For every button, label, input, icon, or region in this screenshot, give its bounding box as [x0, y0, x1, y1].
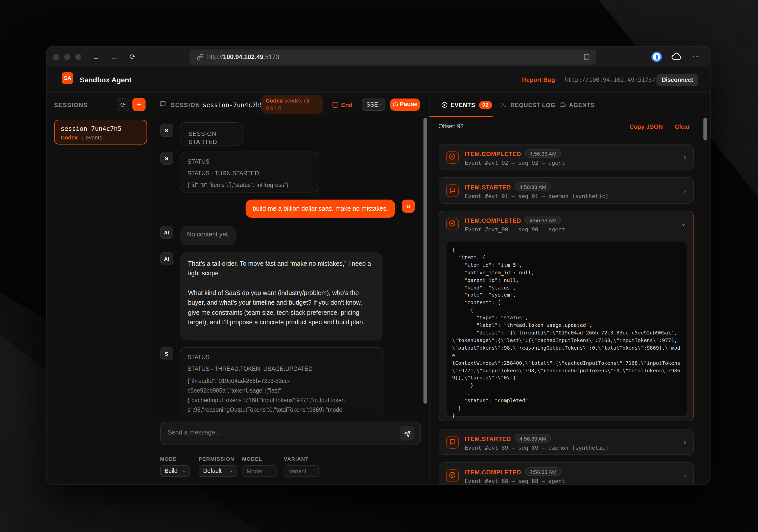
play-circle-icon: [441, 103, 447, 109]
session-list-item[interactable]: session-7un4c7h5 Codex1 events: [54, 120, 147, 145]
model-label: MODEL: [242, 456, 262, 462]
divider: [47, 117, 154, 117]
ai-reply-message: That’s a tall order. To move fast and “m…: [180, 252, 383, 340]
window-close-button[interactable]: [53, 54, 59, 60]
forward-button[interactable]: →: [109, 47, 119, 67]
ai-avatar: AI: [160, 226, 173, 239]
variant-label: VARIANT: [284, 456, 309, 462]
chevron-right-icon[interactable]: ›: [684, 178, 686, 203]
system-avatar: S: [160, 347, 173, 360]
event-card[interactable]: ITEM.COMPLETED4:56:33 AM Event #evt_92 —…: [438, 144, 694, 170]
event-time: 4:56:33 AM: [515, 434, 551, 442]
status-message: STATUS STATUS - TURN.STARTED {"id":"0","…: [180, 151, 319, 192]
window-zoom-button[interactable]: [75, 54, 81, 60]
message-icon: [446, 184, 459, 197]
variant-input[interactable]: [284, 465, 319, 477]
browser-menu-icon[interactable]: ⋯: [692, 47, 701, 67]
end-checkbox[interactable]: [332, 102, 338, 108]
window-minimize-button[interactable]: [64, 54, 70, 60]
pause-button[interactable]: Pause: [390, 99, 420, 111]
event-time: 4:56:33 AM: [525, 216, 561, 224]
message-list[interactable]: S SESSION STARTED S STATUS STATUS - TURN…: [154, 117, 429, 414]
browser-window: ← → ⟳ http://100.94.102.49:5173: [46, 46, 710, 485]
app-header: SA Sandbox Agent Report Bug http://100.9…: [47, 67, 710, 93]
event-json-detail: { "item": { "item_id": "itm_5", "native_…: [446, 241, 687, 417]
chevron-down-icon: ⌄: [378, 99, 382, 110]
sessions-heading: SESSIONS: [54, 93, 88, 117]
address-bar[interactable]: http://100.94.102.49:5173: [190, 50, 596, 65]
provider-name: Codex: [266, 97, 283, 104]
chevron-right-icon[interactable]: ›: [684, 429, 686, 455]
tab-request-log[interactable]: REQUEST LOG: [501, 93, 555, 117]
event-subtitle: Event #evt_91 — seq 91 — daemon (synthet…: [465, 193, 609, 200]
chevron-right-icon[interactable]: ›: [684, 463, 686, 485]
message-icon: [446, 436, 459, 449]
event-card[interactable]: ITEM.STARTED4:56:33 AM Event #evt_89 — s…: [438, 429, 694, 455]
onepassword-icon[interactable]: [651, 51, 662, 62]
divider: [154, 454, 429, 454]
app-title: Sandbox Agent: [80, 67, 131, 93]
chevron-right-icon[interactable]: ›: [684, 145, 686, 170]
event-title: ITEM.COMPLETED: [465, 150, 521, 158]
event-subtitle: Event #evt_89 — seq 89 — daemon (synthet…: [465, 444, 609, 451]
event-title: ITEM.STARTED: [465, 435, 511, 442]
session-id: session-7un4c7h5: [61, 125, 121, 132]
event-time: 4:56:33 AM: [525, 149, 561, 158]
browser-chrome: ← → ⟳ http://100.94.102.49:5173: [47, 47, 710, 67]
refresh-sessions-button[interactable]: ⟳: [117, 99, 129, 111]
event-time: 4:56:33 AM: [525, 467, 561, 476]
events-scrollbar[interactable]: [704, 118, 707, 141]
back-button[interactable]: ←: [91, 47, 101, 67]
permission-label: PERMISSION: [199, 456, 234, 462]
composer: [160, 422, 421, 445]
clear-button[interactable]: Clear: [675, 123, 690, 130]
send-button[interactable]: [400, 426, 414, 441]
check-circle-icon: [446, 218, 459, 230]
chevron-down-icon: ⌄: [183, 465, 187, 476]
active-tab-indicator: [430, 116, 493, 117]
tab-events[interactable]: EVENTS92: [441, 93, 492, 117]
system-avatar: S: [160, 151, 173, 165]
event-title: ITEM.COMPLETED: [465, 217, 521, 224]
event-title: ITEM.STARTED: [465, 184, 511, 191]
event-subtitle: Event #evt_90 — seq 90 — agent: [465, 226, 565, 233]
message-input[interactable]: [160, 422, 420, 445]
report-bug-link[interactable]: Report Bug: [522, 67, 555, 93]
event-card[interactable]: ITEM.STARTED4:56:33 AM Event #evt_91 — s…: [438, 177, 694, 203]
event-subtitle: Event #evt_92 — seq 92 — agent: [465, 160, 565, 166]
check-circle-icon: [446, 151, 459, 164]
model-input[interactable]: [242, 465, 277, 477]
event-card[interactable]: ITEM.COMPLETED4:56:33 AM Event #evt_88 —…: [438, 462, 694, 485]
offset-text: Offset: 92: [438, 123, 464, 129]
terminal-icon: [501, 103, 507, 109]
disconnect-button[interactable]: Disconnect: [656, 74, 698, 86]
chat-bubble-icon: [160, 100, 166, 109]
mode-select[interactable]: Build⌄: [160, 465, 190, 477]
tab-agents[interactable]: AGENTS: [559, 93, 595, 117]
status-message: STATUS STATUS - THREAD.TOKEN_USAGE.UPDAT…: [180, 347, 383, 414]
events-count-badge: 92: [479, 101, 492, 109]
copy-json-button[interactable]: Copy JSON: [629, 123, 663, 130]
app-logo: SA: [62, 72, 73, 84]
reload-button[interactable]: ⟳: [127, 47, 137, 67]
reader-layout-icon[interactable]: [583, 53, 590, 63]
provider-badge: Codex vcodex-cli 0.91.0: [261, 95, 323, 114]
session-event-count: 1 events: [81, 134, 102, 141]
end-label[interactable]: End: [341, 93, 353, 117]
session-meta: Codex1 events: [61, 134, 102, 141]
transport-select[interactable]: SSE⌄: [362, 99, 385, 111]
chat-scrollbar[interactable]: [424, 118, 427, 404]
new-session-button[interactable]: +: [132, 98, 146, 111]
session-id-header: session-7un4c7h5: [203, 93, 263, 117]
check-circle-icon: [446, 469, 459, 482]
mode-label: MODE: [160, 456, 177, 462]
event-card-expanded[interactable]: ITEM.COMPLETED4:56:33 AM Event #evt_90 —…: [438, 211, 694, 421]
chevron-down-icon: ⌄: [229, 465, 233, 476]
event-title: ITEM.COMPLETED: [465, 469, 521, 476]
user-avatar: U: [402, 200, 415, 213]
session-provider: Codex: [61, 134, 78, 141]
cloud-icon[interactable]: [671, 51, 682, 64]
permission-select[interactable]: Default⌄: [199, 465, 236, 477]
ai-empty-message: No content yet.: [180, 226, 236, 245]
chevron-down-icon[interactable]: ⌄: [681, 211, 686, 237]
